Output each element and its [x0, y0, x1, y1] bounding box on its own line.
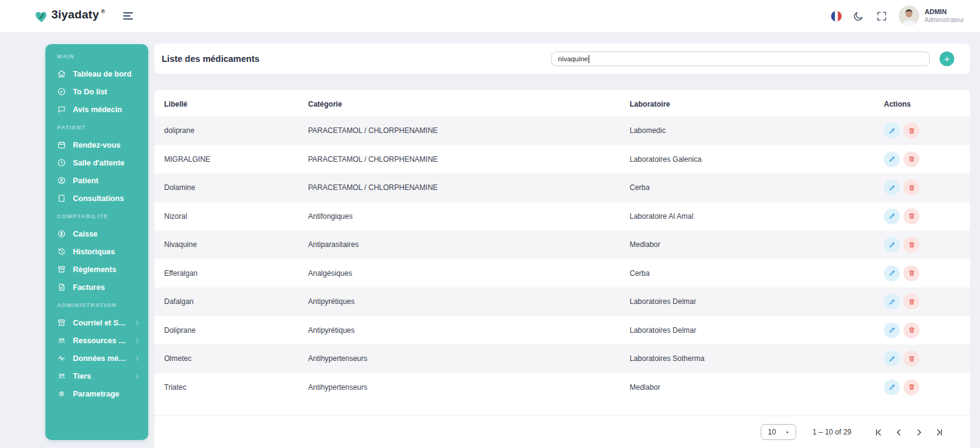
- next-page-button[interactable]: [909, 422, 929, 442]
- calendar-icon: [57, 140, 66, 150]
- cell-laboratoire: Laboratoires Delmar: [620, 287, 874, 316]
- sidebar-section-patient: PATIENT: [45, 118, 148, 136]
- delete-button[interactable]: [903, 208, 919, 224]
- edit-button[interactable]: [884, 123, 900, 139]
- trash-icon: [908, 383, 916, 391]
- language-french-flag-icon[interactable]: [831, 10, 842, 22]
- sidebar-item-historiques[interactable]: Historiques: [45, 243, 148, 260]
- previous-page-button[interactable]: [889, 422, 909, 442]
- page-size-select[interactable]: 10: [761, 424, 796, 440]
- edit-button[interactable]: [884, 322, 900, 338]
- page-size-value: 10: [768, 428, 776, 436]
- sidebar-item-avis-medecin[interactable]: Avis médecin: [45, 101, 148, 118]
- search-input-value: nivaquine: [558, 55, 588, 63]
- sidebar-item-caisse[interactable]: Caisse: [45, 225, 148, 243]
- topbar: 3iyadaty ® ADMIN Administrateur: [0, 0, 980, 32]
- sidebar-item-label: Avis médecin: [73, 105, 122, 114]
- fullscreen-icon[interactable]: [875, 9, 889, 23]
- dark-mode-moon-icon[interactable]: [852, 9, 865, 23]
- trash-icon: [908, 355, 916, 363]
- edit-button[interactable]: [884, 379, 900, 395]
- delete-button[interactable]: [903, 322, 919, 338]
- cell-laboratoire: Laboratoires Delmar: [620, 316, 874, 345]
- chevron-right-icon: [914, 428, 924, 437]
- user-name: ADMIN: [925, 8, 964, 17]
- app-logo[interactable]: 3iyadaty ®: [34, 8, 105, 24]
- sidebar-section-administration: ADMINISTRATION: [45, 296, 148, 314]
- sidebar-item-salle-d-attente[interactable]: Salle d'attente: [45, 154, 148, 172]
- cell-actions: [874, 173, 970, 202]
- sidebar-item-tiers[interactable]: Tiers: [45, 367, 148, 385]
- table-row: Dafalgan Antipyrétiques Laboratoires Del…: [154, 287, 970, 316]
- search-input[interactable]: nivaquine: [551, 51, 930, 66]
- sidebar-item-tableau-de-bord[interactable]: Tableau de bord: [45, 65, 148, 83]
- add-medication-button[interactable]: +: [940, 51, 954, 66]
- user-menu[interactable]: ADMIN Administrateur: [899, 6, 964, 26]
- sidebar-item-ressources-humaines[interactable]: Ressources humaines: [45, 332, 148, 349]
- sidebar-item-label: Ressources humaines: [73, 336, 127, 345]
- cell-categorie: Antihypertenseurs: [298, 373, 620, 402]
- medications-table: Libellé Catégorie Laboratoire Actions do…: [154, 89, 970, 401]
- delete-button[interactable]: [903, 123, 919, 139]
- chevron-right-icon: [134, 320, 140, 326]
- delete-button[interactable]: [903, 180, 919, 196]
- brand-name: 3iyadaty: [51, 8, 99, 21]
- sidebar-item-rendez-vous[interactable]: Rendez-vous: [45, 136, 148, 154]
- sidebar-item-factures[interactable]: Factures: [45, 278, 148, 296]
- main-content: Liste des médicaments nivaquine + Libell…: [154, 44, 970, 448]
- sidebar-nav: MAIN Tableau de bord To Do list Avis méd…: [45, 44, 148, 440]
- plus-icon: +: [944, 54, 950, 63]
- sidebar-item-label: Règlements: [73, 265, 116, 274]
- sidebar-item-donnees-medicales[interactable]: Données médicales: [45, 349, 148, 367]
- sidebar-item-parametrage[interactable]: Parametrage: [45, 385, 148, 403]
- trash-icon: [908, 184, 916, 192]
- edit-button[interactable]: [884, 265, 900, 281]
- gear-icon: [57, 389, 66, 398]
- logo-heart-icon: [34, 9, 50, 24]
- pencil-icon: [888, 127, 896, 135]
- cell-categorie: Antihypertenseurs: [298, 344, 620, 373]
- cell-actions: [874, 145, 970, 174]
- delete-button[interactable]: [903, 237, 919, 252]
- sidebar-item-label: Factures: [73, 283, 105, 292]
- edit-button[interactable]: [884, 351, 900, 366]
- sidebar-item-patient[interactable]: Patient: [45, 172, 148, 189]
- sidebar-item-label: Rendez-vous: [73, 141, 121, 150]
- archive-icon: [57, 265, 66, 274]
- cell-libelle: Olmetec: [154, 344, 298, 373]
- delete-button[interactable]: [903, 265, 919, 281]
- delete-button[interactable]: [903, 151, 919, 167]
- sidebar-item-label: Tableau de bord: [73, 70, 132, 78]
- cell-categorie: Antiparasitaires: [298, 230, 620, 259]
- trash-icon: [908, 127, 916, 135]
- chevron-right-icon: [134, 355, 140, 362]
- sidebar-item-label: Consultations: [73, 194, 124, 203]
- edit-button[interactable]: [884, 208, 900, 224]
- hamburger-menu-icon[interactable]: [121, 10, 135, 22]
- cell-libelle: doliprane: [154, 116, 298, 145]
- sidebar-item-consultations[interactable]: Consultations: [45, 189, 148, 207]
- cell-libelle: Doliprane: [154, 316, 298, 345]
- table-row: Efferalgan Analgésiques Cerba: [154, 259, 970, 288]
- sidebar-item-courriel-et-smtp[interactable]: Courriel et SMTP: [45, 314, 148, 332]
- delete-button[interactable]: [903, 379, 919, 395]
- sidebar-item-label: Courriel et SMTP: [73, 319, 127, 327]
- edit-button[interactable]: [884, 294, 900, 309]
- first-page-button[interactable]: [869, 422, 889, 442]
- cell-actions: [874, 344, 970, 373]
- last-page-button[interactable]: [929, 422, 949, 442]
- edit-button[interactable]: [884, 237, 900, 252]
- cell-libelle: Dolamine: [154, 173, 298, 202]
- table-row: Nivaquine Antiparasitaires Medlabor: [154, 230, 970, 259]
- sidebar-item-to-do-list[interactable]: To Do list: [45, 83, 148, 101]
- cell-libelle: MIGRALGINE: [154, 145, 298, 174]
- delete-button[interactable]: [903, 351, 919, 366]
- delete-button[interactable]: [903, 294, 919, 309]
- cell-laboratoire: Medlabor: [620, 373, 874, 402]
- sidebar-item-reglements[interactable]: Règlements: [45, 260, 148, 278]
- edit-button[interactable]: [884, 151, 900, 167]
- column-header-libelle: Libellé: [154, 89, 298, 116]
- edit-button[interactable]: [884, 180, 900, 196]
- text-cursor: [589, 55, 589, 63]
- cell-libelle: Nizoral: [154, 202, 298, 231]
